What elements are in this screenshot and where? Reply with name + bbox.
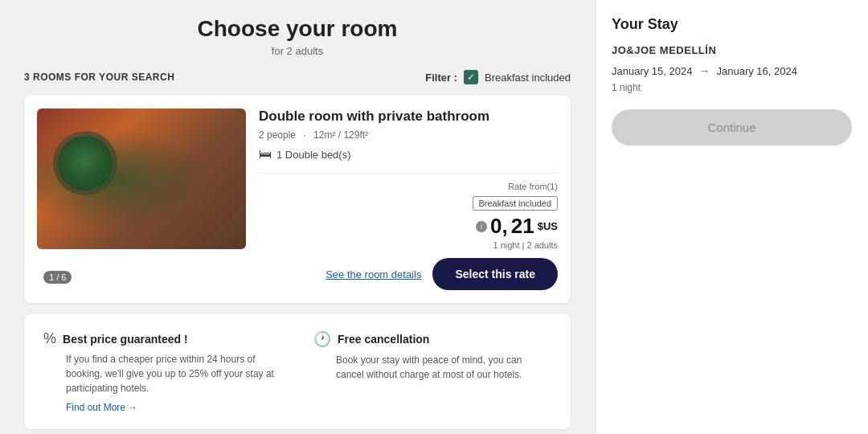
clock-icon: 🕐 bbox=[313, 330, 331, 348]
sidebar-nights: 1 night bbox=[612, 82, 852, 93]
breakfast-filter-checkbox[interactable]: ✓ bbox=[464, 70, 478, 84]
select-rate-button[interactable]: Select this rate bbox=[432, 258, 558, 290]
price-integer: 0, bbox=[490, 214, 508, 239]
room-bed: 🛏 1 Double bed(s) bbox=[259, 147, 558, 162]
room-image-overlay bbox=[37, 108, 246, 249]
filter-option-label: Breakfast included bbox=[485, 72, 571, 84]
page-subtitle: for 2 adults bbox=[24, 45, 571, 57]
breakfast-badge: Breakfast included bbox=[473, 196, 559, 211]
room-meta: 2 people · 12m² / 129ft² bbox=[259, 129, 558, 141]
card-actions: See the room details Select this rate bbox=[259, 258, 558, 290]
room-image-counter: 1 / 6 bbox=[43, 271, 72, 284]
room-details: Double room with private bathroom 2 peop… bbox=[259, 108, 558, 290]
room-size: 12m² / 129ft² bbox=[313, 129, 368, 141]
promo-free-cancel-header: 🕐 Free cancellation bbox=[313, 330, 551, 348]
room-image-wrap: 1 / 6 bbox=[37, 108, 246, 290]
promo-free-cancel-title: Free cancellation bbox=[338, 333, 429, 346]
promo-free-cancel: 🕐 Free cancellation Book your stay with … bbox=[313, 330, 551, 413]
room-card: 1 / 6 Double room with private bathroom … bbox=[24, 96, 571, 303]
price-currency: $US bbox=[538, 220, 558, 232]
price-row: i 0, 21 $US bbox=[259, 214, 558, 239]
toolbar: 3 ROOMS FOR YOUR SEARCH Filter : ✓ Break… bbox=[24, 70, 571, 84]
filter-label: Filter : bbox=[425, 72, 457, 84]
price-sub: 1 night | 2 adults bbox=[259, 240, 558, 250]
continue-button[interactable]: Continue bbox=[612, 109, 852, 145]
see-details-link[interactable]: See the room details bbox=[326, 268, 421, 280]
sidebar-check-in: January 15, 2024 bbox=[612, 65, 692, 77]
percent-icon: % bbox=[43, 330, 56, 347]
rate-row: Breakfast included bbox=[259, 196, 558, 211]
room-name: Double room with private bathroom bbox=[259, 108, 558, 125]
info-icon[interactable]: i bbox=[476, 221, 487, 232]
promo-card: % Best price guaranteed ! If you find a … bbox=[24, 314, 571, 429]
sidebar-hotel-name: JO&JOE MEDELLÍN bbox=[612, 44, 852, 56]
bed-icon: 🛏 bbox=[259, 147, 272, 162]
promo-free-cancel-body: Book your stay with peace of mind, you c… bbox=[313, 353, 551, 382]
sidebar-dates: January 15, 2024 → January 16, 2024 bbox=[612, 64, 852, 77]
promo-find-out-more-link[interactable]: Find out More → bbox=[43, 402, 281, 413]
room-image bbox=[37, 108, 246, 249]
rooms-count: 3 ROOMS FOR YOUR SEARCH bbox=[24, 72, 174, 83]
rate-from: Rate from(1) bbox=[259, 182, 558, 191]
page-title: Choose your room bbox=[24, 16, 571, 42]
rate-section: Rate from(1) Breakfast included i 0, 21 … bbox=[259, 173, 558, 250]
sidebar-title: Your Stay bbox=[612, 16, 852, 33]
room-bed-label: 1 Double bed(s) bbox=[276, 149, 351, 161]
filter-area: Filter : ✓ Breakfast included bbox=[425, 70, 571, 84]
room-people: 2 people bbox=[259, 129, 296, 141]
sidebar-check-out: January 16, 2024 bbox=[716, 65, 796, 77]
price-decimal: 21 bbox=[511, 214, 534, 239]
promo-best-price-header: % Best price guaranteed ! bbox=[43, 330, 281, 347]
promo-best-price-body: If you find a cheaper price within 24 ho… bbox=[43, 352, 281, 395]
promo-best-price: % Best price guaranteed ! If you find a … bbox=[43, 330, 281, 413]
sidebar: Your Stay JO&JOE MEDELLÍN January 15, 20… bbox=[595, 0, 868, 434]
page-header: Choose your room for 2 adults bbox=[24, 16, 571, 57]
arrow-icon: → bbox=[698, 64, 710, 77]
promo-best-price-title: Best price guaranteed ! bbox=[63, 333, 188, 346]
